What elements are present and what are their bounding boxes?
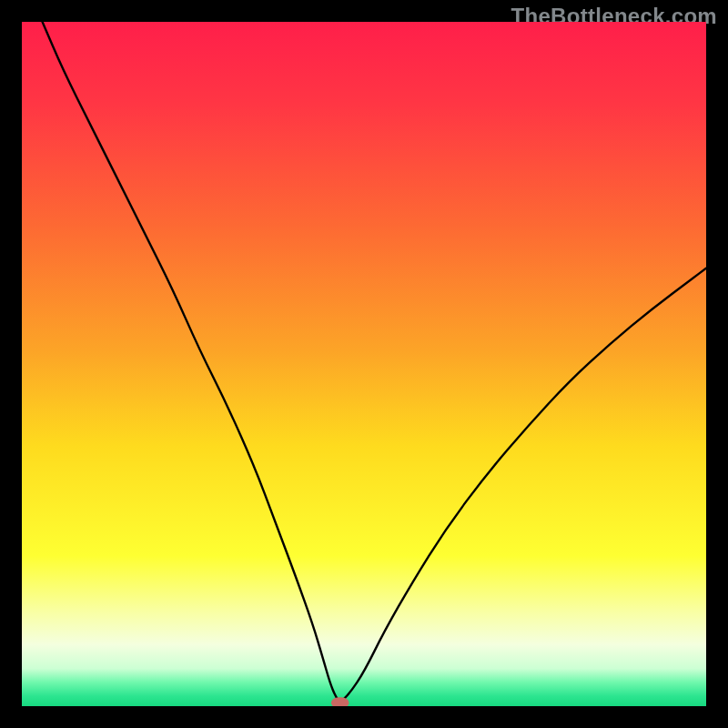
chart-stage: TheBottleneck.com (0, 0, 728, 728)
gradient-fill-rect (22, 22, 706, 706)
optimal-point-marker (331, 697, 349, 706)
bottleneck-chart (22, 22, 706, 706)
